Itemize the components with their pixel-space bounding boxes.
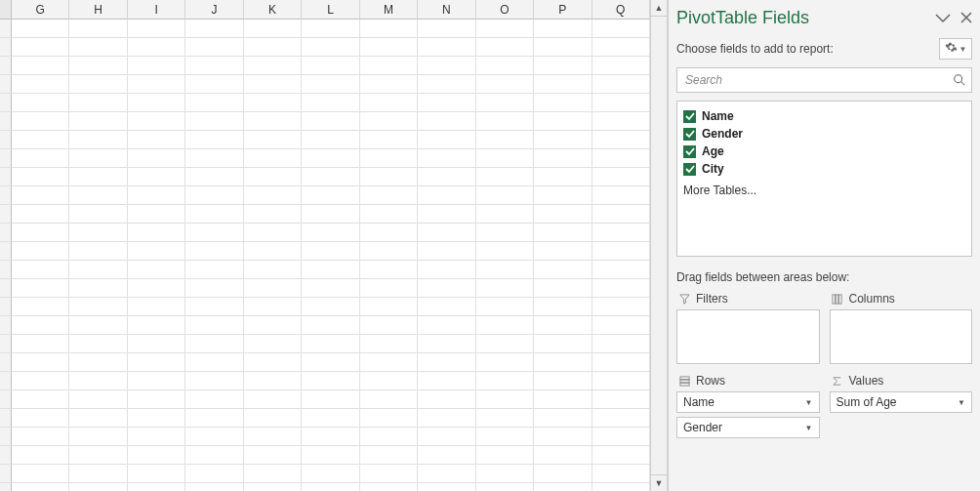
cell[interactable] bbox=[592, 409, 650, 428]
cell[interactable] bbox=[244, 112, 302, 131]
cell[interactable] bbox=[12, 94, 69, 112]
cell[interactable] bbox=[185, 205, 243, 224]
cell[interactable] bbox=[476, 112, 534, 131]
column-header[interactable]: N bbox=[418, 0, 475, 20]
cell[interactable] bbox=[534, 465, 592, 483]
column-header[interactable]: G bbox=[12, 0, 69, 20]
cell[interactable] bbox=[592, 131, 650, 149]
cell[interactable] bbox=[302, 372, 359, 390]
cell[interactable] bbox=[418, 20, 475, 38]
cell[interactable] bbox=[360, 149, 418, 168]
checkbox-icon[interactable] bbox=[683, 163, 696, 176]
cell[interactable] bbox=[534, 483, 592, 491]
cell[interactable] bbox=[185, 261, 243, 279]
cell[interactable] bbox=[418, 465, 475, 483]
cell[interactable] bbox=[534, 131, 592, 149]
cell[interactable] bbox=[128, 298, 185, 316]
cell[interactable] bbox=[476, 38, 534, 57]
cell[interactable] bbox=[185, 428, 243, 446]
cell[interactable] bbox=[128, 428, 185, 446]
cell[interactable] bbox=[185, 57, 243, 75]
cell[interactable] bbox=[534, 372, 592, 390]
cell[interactable] bbox=[128, 483, 185, 491]
cell[interactable] bbox=[185, 298, 243, 316]
cell[interactable] bbox=[244, 316, 302, 335]
cell[interactable] bbox=[418, 75, 475, 94]
field-item[interactable]: City bbox=[683, 160, 965, 178]
cell[interactable] bbox=[534, 57, 592, 75]
cell[interactable] bbox=[69, 446, 127, 465]
cell[interactable] bbox=[185, 409, 243, 428]
cell[interactable] bbox=[12, 483, 69, 491]
cell[interactable] bbox=[128, 186, 185, 205]
cell[interactable] bbox=[244, 465, 302, 483]
cell[interactable] bbox=[418, 298, 475, 316]
cell[interactable] bbox=[302, 75, 359, 94]
cell[interactable] bbox=[592, 75, 650, 94]
cell[interactable] bbox=[302, 149, 359, 168]
cell[interactable] bbox=[592, 149, 650, 168]
cell[interactable] bbox=[534, 224, 592, 242]
cell[interactable] bbox=[360, 390, 418, 409]
cell[interactable] bbox=[12, 446, 69, 465]
cell[interactable] bbox=[185, 38, 243, 57]
cell[interactable] bbox=[12, 298, 69, 316]
cell[interactable] bbox=[592, 446, 650, 465]
field-list[interactable]: NameGenderAgeCityMore Tables... bbox=[676, 101, 972, 257]
cell[interactable] bbox=[69, 372, 127, 390]
cell[interactable] bbox=[534, 279, 592, 298]
cell[interactable] bbox=[360, 316, 418, 335]
cell[interactable] bbox=[360, 168, 418, 186]
cell[interactable] bbox=[360, 57, 418, 75]
cell[interactable] bbox=[244, 409, 302, 428]
cell[interactable] bbox=[185, 465, 243, 483]
cell[interactable] bbox=[592, 112, 650, 131]
cell[interactable] bbox=[360, 446, 418, 465]
cell[interactable] bbox=[534, 261, 592, 279]
cell[interactable] bbox=[244, 57, 302, 75]
column-header[interactable]: K bbox=[244, 0, 302, 20]
cell[interactable] bbox=[418, 131, 475, 149]
cell[interactable] bbox=[418, 335, 475, 353]
cell[interactable] bbox=[476, 446, 534, 465]
cell[interactable] bbox=[128, 224, 185, 242]
cell[interactable] bbox=[476, 409, 534, 428]
cell[interactable] bbox=[244, 261, 302, 279]
cell[interactable] bbox=[534, 298, 592, 316]
cell[interactable] bbox=[592, 261, 650, 279]
cell[interactable] bbox=[128, 261, 185, 279]
cell[interactable] bbox=[244, 75, 302, 94]
cell[interactable] bbox=[185, 149, 243, 168]
cell[interactable] bbox=[534, 428, 592, 446]
column-header[interactable]: O bbox=[476, 0, 534, 20]
cell[interactable] bbox=[476, 168, 534, 186]
cell[interactable] bbox=[244, 298, 302, 316]
cell[interactable] bbox=[302, 20, 359, 38]
column-header[interactable]: L bbox=[302, 0, 359, 20]
cell[interactable] bbox=[302, 390, 359, 409]
cell[interactable] bbox=[185, 335, 243, 353]
cell[interactable] bbox=[360, 279, 418, 298]
cell[interactable] bbox=[534, 316, 592, 335]
cell[interactable] bbox=[302, 428, 359, 446]
cell[interactable] bbox=[69, 261, 127, 279]
cell[interactable] bbox=[69, 390, 127, 409]
cell[interactable] bbox=[12, 149, 69, 168]
cell[interactable] bbox=[476, 20, 534, 38]
cell[interactable] bbox=[128, 38, 185, 57]
cell[interactable] bbox=[476, 205, 534, 224]
cell[interactable] bbox=[302, 353, 359, 372]
cell[interactable] bbox=[418, 279, 475, 298]
cell[interactable] bbox=[534, 335, 592, 353]
cell[interactable] bbox=[592, 465, 650, 483]
search-input[interactable] bbox=[676, 67, 972, 93]
cell[interactable] bbox=[418, 224, 475, 242]
cell[interactable] bbox=[12, 261, 69, 279]
checkbox-icon[interactable] bbox=[683, 128, 696, 141]
tools-dropdown-button[interactable]: ▼ bbox=[939, 38, 972, 60]
cell[interactable] bbox=[69, 38, 127, 57]
cell[interactable] bbox=[185, 483, 243, 491]
cell[interactable] bbox=[592, 242, 650, 261]
cell[interactable] bbox=[476, 224, 534, 242]
cell[interactable] bbox=[128, 353, 185, 372]
